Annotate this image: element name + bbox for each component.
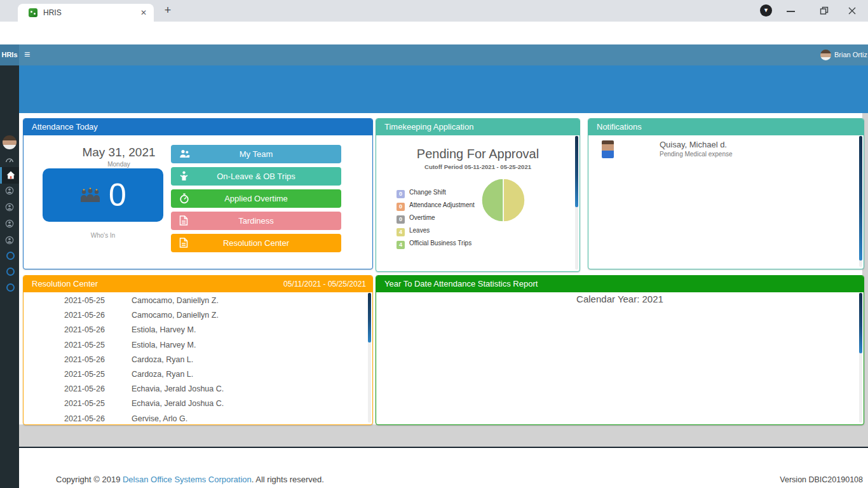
card-scrollbar[interactable] — [575, 136, 578, 269]
attendance-card-title: Attendance Today — [24, 119, 372, 135]
team-users-icon — [179, 149, 190, 159]
footer: Copyright © 2019 Delsan Office Systems C… — [19, 448, 868, 488]
document-icon — [179, 215, 188, 226]
resolution-center-button[interactable]: Resolution Center — [171, 234, 341, 252]
new-tab-button[interactable]: + — [160, 3, 175, 18]
brand-logo[interactable]: HRIs — [0, 44, 19, 65]
submenu-circle-icon-1[interactable] — [6, 252, 15, 260]
submenu-circle-icon-2[interactable] — [6, 268, 15, 276]
sidebar-toggle-button[interactable]: ≡ — [24, 44, 30, 65]
my-team-button[interactable]: My Team — [171, 145, 341, 163]
notification-item[interactable]: Quisay, Michael d. Pending Medical expen… — [588, 135, 857, 167]
timekeeping-card-title: Timekeeping Application — [376, 119, 580, 135]
browser-tab[interactable]: HRIS ✕ — [18, 4, 154, 22]
browser-window: HRIS ✕ + ▼ mydhris.com/ — [0, 0, 868, 488]
sidebar-avatar[interactable] — [3, 135, 17, 149]
tardiness-button[interactable]: Tardiness — [171, 212, 341, 230]
resolution-period: 05/11/2021 - 05/25/2021 — [283, 276, 366, 292]
page-header: Manager's Portal Home Home/Manager's Por… — [0, 65, 868, 113]
attendance-date: May 31, 2021 — [49, 146, 189, 159]
dashboard-gauge-icon[interactable] — [5, 156, 14, 165]
browser-caret-icon[interactable]: ▼ — [760, 4, 772, 17]
person-icon — [179, 171, 189, 181]
notification-name: Quisay, Michael d. — [660, 140, 727, 149]
resolution-row[interactable]: 2021-05-25Echavia, Jerald Joshua C. — [24, 396, 365, 411]
extensions-icon[interactable] — [0, 22, 10, 32]
resolution-list: 2021-05-25Camocamo, Daniellyn Z. 2021-05… — [24, 294, 365, 425]
pending-approval-heading: Pending For Approval — [376, 147, 580, 161]
module-user-icon-3[interactable] — [5, 219, 14, 228]
resolution-row[interactable]: 2021-05-25Estiola, Harvey M. — [24, 338, 365, 353]
stopwatch-icon — [179, 193, 189, 204]
legend-item[interactable]: 4Leaves — [397, 223, 475, 236]
copyright-text: Copyright © 2019 Delsan Office Systems C… — [56, 475, 324, 484]
module-user-icon-2[interactable] — [5, 203, 14, 212]
card-scrollbar[interactable] — [368, 293, 371, 423]
attendance-card: Attendance Today May 31, 2021 Monday 0 W… — [23, 118, 373, 269]
resolution-center-card: Resolution Center 05/11/2021 - 05/25/202… — [23, 275, 373, 425]
legend-item[interactable]: 0Overtime — [397, 210, 475, 223]
ytd-statistics-card: Year To Date Attendance Statistics Repor… — [376, 275, 864, 425]
resolution-row[interactable]: 2021-05-25Cardoza, Ryan L. — [24, 367, 365, 382]
company-link[interactable]: Delsan Office Systems Corporation — [123, 475, 252, 484]
resolution-row[interactable]: 2021-05-26Estiola, Harvey M. — [24, 323, 365, 337]
tab-close-icon[interactable]: ✕ — [139, 8, 149, 18]
sidebar — [0, 65, 19, 488]
app-navbar: HRIs ≡ — [0, 44, 868, 65]
sidebar-item-home[interactable] — [0, 167, 21, 184]
browser-tabstrip: HRIS ✕ + ▼ — [0, 0, 868, 22]
maximize-button[interactable] — [820, 6, 829, 15]
people-group-icon — [79, 187, 101, 203]
on-leave-ob-trips-button[interactable]: On-Leave & OB Trips — [171, 167, 341, 186]
site-favicon-icon — [29, 8, 37, 17]
resolution-card-title: Resolution Center 05/11/2021 - 05/25/202… — [24, 276, 372, 292]
resolution-row[interactable]: 2021-05-25Camocamo, Daniellyn Z. — [24, 294, 365, 308]
scrollbar-thumb[interactable] — [368, 293, 371, 342]
browser-toolbar: mydhris.com/ ☆ D ⋮ — [0, 22, 868, 45]
attendance-day: Monday — [49, 161, 189, 168]
notification-detail: Pending Medical expense — [660, 151, 733, 158]
notification-avatar — [602, 140, 614, 158]
whos-in-count: 0 — [109, 179, 126, 211]
legend-item[interactable]: 4Official Business Trips — [397, 236, 475, 248]
timekeeping-card: Timekeeping Application Pending For Appr… — [376, 118, 580, 272]
user-name[interactable]: Brian Ortiz — [834, 44, 867, 65]
card-scrollbar[interactable] — [859, 136, 862, 267]
version-label: Version DBIC20190108 — [780, 475, 863, 484]
scrollbar-thumb[interactable] — [575, 136, 578, 207]
calendar-year-label: Calendar Year: 2021 — [376, 294, 864, 304]
notifications-card: Notifications Quisay, Michael d. Pending… — [588, 118, 864, 269]
approval-legend: 0Change Shift 0Attendance Adjustment 0Ov… — [397, 185, 475, 248]
resolution-row[interactable]: 2021-05-26Camocamo, Daniellyn Z. — [24, 308, 365, 323]
applied-overtime-button[interactable]: Applied Overtime — [171, 189, 341, 208]
home-icon — [6, 171, 15, 179]
approval-pie — [480, 177, 526, 223]
resolution-row[interactable]: 2021-05-26Cardoza, Ryan L. — [24, 353, 365, 367]
whos-in-label: Who's In — [43, 232, 163, 239]
window-close-button[interactable] — [848, 6, 857, 15]
legend-item[interactable]: 0Attendance Adjustment — [397, 198, 475, 210]
ytd-card-title: Year To Date Attendance Statistics Repor… — [376, 276, 864, 292]
cutoff-period-label: Cutoff Period 05-11-2021 - 05-25-2021 — [376, 163, 580, 170]
scrollbar-thumb[interactable] — [859, 293, 862, 353]
resolution-row[interactable]: 2021-05-26Echavia, Jerald Joshua C. — [24, 382, 365, 396]
minimize-button[interactable] — [787, 11, 795, 12]
module-user-icon-4[interactable] — [5, 236, 14, 245]
tab-title: HRIS — [43, 4, 62, 22]
resolution-row[interactable]: 2021-05-26Gervise, Arlo G. — [24, 412, 365, 426]
scrollbar-thumb[interactable] — [859, 136, 862, 261]
submenu-circle-icon-3[interactable] — [6, 283, 15, 292]
attendance-buttons: My Team On-Leave & OB Trips Applied Over… — [171, 145, 341, 256]
document-icon — [179, 238, 188, 248]
legend-item[interactable]: 0Change Shift — [397, 185, 475, 198]
module-user-icon-1[interactable] — [5, 186, 14, 195]
user-avatar[interactable] — [820, 50, 831, 60]
whos-in-panel[interactable]: 0 — [43, 168, 163, 222]
notifications-card-title: Notifications — [588, 119, 864, 135]
card-scrollbar[interactable] — [859, 293, 862, 423]
